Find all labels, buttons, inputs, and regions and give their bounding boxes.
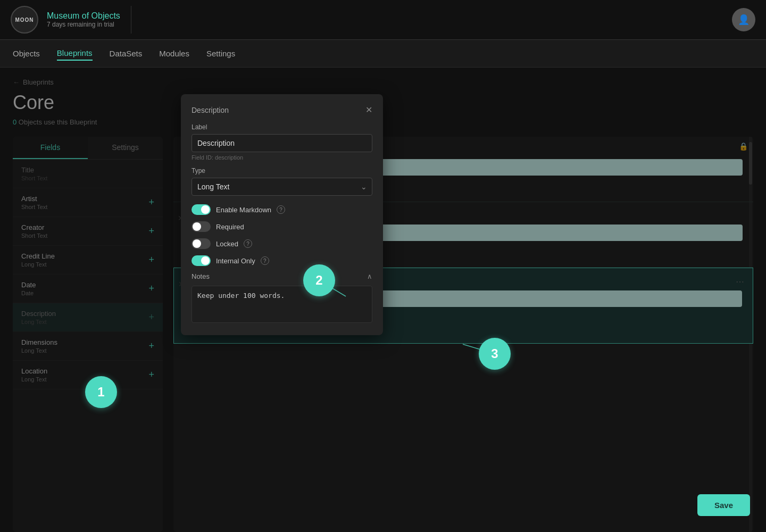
locked-toggle-thumb bbox=[193, 239, 201, 248]
toggle-required: Required bbox=[192, 221, 372, 232]
chevron-down-icon: ⌄ bbox=[361, 182, 367, 191]
notes-textarea[interactable]: Keep under 100 words. bbox=[192, 286, 372, 323]
notes-section: Notes ∧ Keep under 100 words. bbox=[192, 272, 372, 325]
notes-header: Notes ∧ bbox=[192, 272, 372, 280]
modal-label-row: Label Field ID: description bbox=[192, 123, 372, 161]
locked-toggle-label: Locked bbox=[216, 240, 238, 248]
toggle-internal-only: Internal Only ? bbox=[192, 255, 372, 266]
notes-chevron-icon[interactable]: ∧ bbox=[367, 272, 372, 280]
markdown-toggle-thumb bbox=[201, 205, 210, 214]
toggle-enable-markdown: Enable Markdown ? bbox=[192, 204, 372, 215]
page-content: ← Blueprints Core 0 Objects use this Blu… bbox=[0, 68, 766, 532]
callout-1: 1 bbox=[85, 376, 117, 408]
required-toggle[interactable] bbox=[192, 221, 211, 232]
markdown-help-icon[interactable]: ? bbox=[277, 205, 285, 214]
required-toggle-thumb bbox=[193, 222, 201, 231]
logo-area: MOON Museum of Objects 7 days remaining … bbox=[11, 6, 131, 34]
nav-datasets[interactable]: DataSets bbox=[110, 47, 143, 60]
trial-text: 7 days remaining in trial bbox=[47, 21, 120, 28]
modal-close-button[interactable]: ✕ bbox=[365, 105, 372, 115]
internal-only-toggle[interactable] bbox=[192, 255, 211, 266]
internal-only-toggle-label: Internal Only bbox=[216, 257, 255, 265]
nav-objects[interactable]: Objects bbox=[13, 47, 40, 60]
moon-logo: MOON bbox=[11, 6, 38, 34]
top-bar: MOON Museum of Objects 7 days remaining … bbox=[0, 0, 766, 40]
modal-type-row: Type Long Text ⌄ bbox=[192, 167, 372, 196]
org-name: Museum of Objects bbox=[47, 11, 120, 21]
nav-blueprints[interactable]: Blueprints bbox=[57, 46, 93, 61]
nav-modules[interactable]: Modules bbox=[159, 47, 189, 60]
modal-type-label: Type bbox=[192, 167, 372, 174]
avatar[interactable]: 👤 bbox=[732, 8, 755, 31]
modal-type-select-wrapper: Long Text ⌄ bbox=[192, 178, 372, 196]
internal-only-help-icon[interactable]: ? bbox=[261, 256, 269, 265]
required-toggle-label: Required bbox=[216, 223, 244, 231]
modal-title: Description bbox=[192, 106, 229, 114]
modal-field-id: Field ID: description bbox=[192, 154, 372, 161]
notes-label: Notes bbox=[192, 272, 210, 280]
save-button[interactable]: Save bbox=[697, 494, 750, 516]
modal-type-select[interactable]: Long Text bbox=[192, 178, 372, 196]
modal-label-input[interactable] bbox=[192, 134, 372, 152]
markdown-toggle-label: Enable Markdown bbox=[216, 206, 271, 214]
org-info: Museum of Objects 7 days remaining in tr… bbox=[47, 11, 120, 28]
modal-overlay: Description ✕ Label Field ID: descriptio… bbox=[0, 68, 766, 532]
nav-bar: Objects Blueprints DataSets Modules Sett… bbox=[0, 40, 766, 68]
field-edit-modal: Description ✕ Label Field ID: descriptio… bbox=[181, 94, 383, 335]
locked-help-icon[interactable]: ? bbox=[244, 239, 252, 248]
internal-only-toggle-thumb bbox=[201, 256, 210, 265]
locked-toggle[interactable] bbox=[192, 238, 211, 249]
modal-label-text: Label bbox=[192, 123, 372, 131]
nav-settings[interactable]: Settings bbox=[206, 47, 235, 60]
toggle-locked: Locked ? bbox=[192, 238, 372, 249]
callout-2: 2 bbox=[303, 264, 335, 296]
modal-header: Description ✕ bbox=[192, 105, 372, 115]
callout-3: 3 bbox=[479, 338, 511, 370]
markdown-toggle[interactable] bbox=[192, 204, 211, 215]
